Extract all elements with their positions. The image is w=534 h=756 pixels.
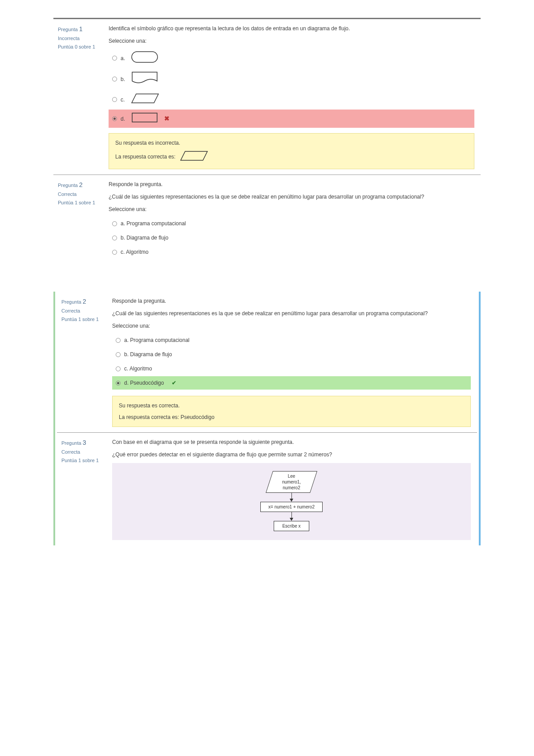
q1-opt-a-label: a. xyxy=(121,54,125,62)
flowchart-diagram: Lee numero1, numero2 x= numero1 + numero… xyxy=(112,463,471,540)
q2a-score: Puntúa 1 sobre 1 xyxy=(58,199,98,207)
q2b-select: Seleccione una: xyxy=(112,322,471,330)
q2b-score: Puntúa 1 sobre 1 xyxy=(61,316,101,323)
q2a-text: ¿Cuál de las siguientes representaciones… xyxy=(109,193,474,201)
q2b-option-a[interactable]: a. Programa computacional xyxy=(112,333,471,347)
q2b-opt-b-label: b. Diagrama de flujo xyxy=(124,350,172,358)
q2a-label: Pregunta xyxy=(58,183,78,188)
q2b-label: Pregunta xyxy=(61,299,81,305)
q1-option-c[interactable]: c. xyxy=(109,90,474,109)
q2b-option-b[interactable]: b. Diagrama de flujo xyxy=(112,348,471,361)
q2a-number: 2 xyxy=(79,181,83,188)
question-1-info: Pregunta 1 Incorrecta Puntúa 0 sobre 1 xyxy=(53,19,102,175)
q2a-status: Correcta xyxy=(58,191,98,198)
svg-rect-2 xyxy=(132,113,157,122)
question-2a-content: Responde la pregunta. ¿Cuál de las sigui… xyxy=(102,175,481,265)
radio-icon[interactable] xyxy=(112,56,117,61)
diagram-output-node: Escribe x xyxy=(274,521,309,531)
question-2a-info: Pregunta 2 Correcta Puntúa 1 sobre 1 xyxy=(53,175,102,265)
radio-icon-checked[interactable] xyxy=(116,381,121,386)
diagram-process-node: x= numero1 + numero2 xyxy=(260,502,323,512)
q2a-select: Seleccione una: xyxy=(109,205,474,213)
diag-read-l2: numero1, xyxy=(282,480,301,484)
q2b-status: Correcta xyxy=(61,307,101,315)
diagram-connector xyxy=(291,512,292,518)
parallelogram-shape-icon xyxy=(131,93,159,106)
question-3-info: Pregunta 3 Correcta Puntúa 1 sobre 1 xyxy=(57,433,106,545)
question-2b-content: Responde la pregunta. ¿Cuál de las sigui… xyxy=(106,292,477,432)
question-1: Pregunta 1 Incorrecta Puntúa 0 sobre 1 I… xyxy=(53,19,481,175)
radio-icon[interactable] xyxy=(112,250,117,255)
q2a-option-b[interactable]: b. Diagrama de flujo xyxy=(109,231,474,244)
q1-opt-c-label: c. xyxy=(121,96,125,104)
radio-icon[interactable] xyxy=(116,366,121,371)
q1-status: Incorrecta xyxy=(58,35,98,42)
q3-number: 3 xyxy=(83,439,86,446)
q2a-opt-b-label: b. Diagrama de flujo xyxy=(121,234,168,242)
q3-title: Con base en el diagrama que se te presen… xyxy=(112,438,471,446)
q2b-number: 2 xyxy=(83,298,86,305)
q2a-opt-c-label: c. Algoritmo xyxy=(121,248,149,256)
q3-text: ¿Qué error puedes detectar en el siguien… xyxy=(112,451,471,459)
q1-fb-wrong: Su respuesta es incorrecta. xyxy=(115,139,468,147)
q1-opt-d-label: d. xyxy=(121,115,125,123)
q2b-feedback: Su respuesta es correcta. La respuesta c… xyxy=(112,396,471,427)
diag-read-l3: numero2 xyxy=(283,485,300,490)
q1-select: Seleccione una: xyxy=(109,37,474,45)
q1-number: 1 xyxy=(79,25,83,33)
q2b-text: ¿Cuál de las siguientes representaciones… xyxy=(112,309,471,317)
q1-text: Identifica el símbolo gráfico que repres… xyxy=(109,24,474,33)
q2a-option-a[interactable]: a. Programa computacional xyxy=(109,217,474,230)
incorrect-mark-icon: ✖ xyxy=(164,114,170,123)
q1-option-d[interactable]: d. ✖ xyxy=(109,110,474,128)
q2b-fb-right: Su respuesta es correcta. xyxy=(119,402,464,410)
q1-option-a[interactable]: a. xyxy=(109,49,474,68)
section-2: Pregunta 2 Correcta Puntúa 1 sobre 1 Res… xyxy=(53,292,481,545)
q1-score: Puntúa 0 sobre 1 xyxy=(58,43,98,51)
q1-label: Pregunta xyxy=(58,27,78,32)
q1-feedback: Su respuesta es incorrecta. La respuesta… xyxy=(109,133,474,169)
radio-icon[interactable] xyxy=(112,236,117,240)
q2a-title: Responde la pregunta. xyxy=(109,180,474,188)
question-2a: Pregunta 2 Correcta Puntúa 1 sobre 1 Res… xyxy=(53,175,481,265)
section-1: Pregunta 1 Incorrecta Puntúa 0 sobre 1 I… xyxy=(53,18,481,265)
q2b-option-c[interactable]: c. Algoritmo xyxy=(112,362,471,375)
q1-option-b[interactable]: b. xyxy=(109,69,474,89)
arrow-down-icon xyxy=(290,499,293,502)
q3-status: Correcta xyxy=(61,448,101,456)
q2b-opt-a-label: a. Programa computacional xyxy=(124,336,190,344)
arrow-down-icon xyxy=(290,518,293,521)
q1-opt-b-label: b. xyxy=(121,75,125,83)
question-1-content: Identifica el símbolo gráfico que repres… xyxy=(102,19,481,175)
q1-fb-correct: La respuesta correcta es: xyxy=(115,154,175,160)
radio-icon[interactable] xyxy=(112,97,117,102)
q2b-option-d[interactable]: d. Pseudocódigo ✔ xyxy=(112,376,471,390)
radio-icon[interactable] xyxy=(112,77,117,81)
diagram-connector xyxy=(291,493,292,499)
q2b-opt-d-label: d. Pseudocódigo xyxy=(124,379,164,387)
radio-icon[interactable] xyxy=(116,352,121,357)
radio-icon[interactable] xyxy=(112,221,117,226)
question-2b-info: Pregunta 2 Correcta Puntúa 1 sobre 1 xyxy=(57,292,106,432)
parallelogram-shape-icon xyxy=(180,150,208,163)
q2b-title: Responde la pregunta. xyxy=(112,297,471,305)
question-3: Pregunta 3 Correcta Puntúa 1 sobre 1 Con… xyxy=(57,432,477,545)
question-2b: Pregunta 2 Correcta Puntúa 1 sobre 1 Res… xyxy=(57,292,477,432)
q3-score: Puntúa 1 sobre 1 xyxy=(61,457,101,464)
q2b-opt-c-label: c. Algoritmo xyxy=(124,365,152,373)
radio-icon-checked[interactable] xyxy=(112,116,117,121)
diag-read-l1: Lee xyxy=(288,474,295,479)
rectangle-shape-icon xyxy=(131,112,158,125)
radio-icon[interactable] xyxy=(116,338,121,343)
svg-marker-1 xyxy=(132,94,158,103)
svg-marker-3 xyxy=(181,151,207,160)
document-shape-icon xyxy=(131,71,158,87)
q2a-option-c[interactable]: c. Algoritmo xyxy=(109,245,474,259)
terminal-shape-icon xyxy=(131,51,158,65)
diagram-read-node: Lee numero1, numero2 xyxy=(266,471,317,493)
q2b-fb-correct: La respuesta correcta es: Pseudocódigo xyxy=(119,413,464,421)
q3-label: Pregunta xyxy=(61,440,81,446)
correct-mark-icon: ✔ xyxy=(172,379,176,387)
svg-rect-0 xyxy=(132,52,158,62)
q2a-opt-a-label: a. Programa computacional xyxy=(121,219,186,228)
